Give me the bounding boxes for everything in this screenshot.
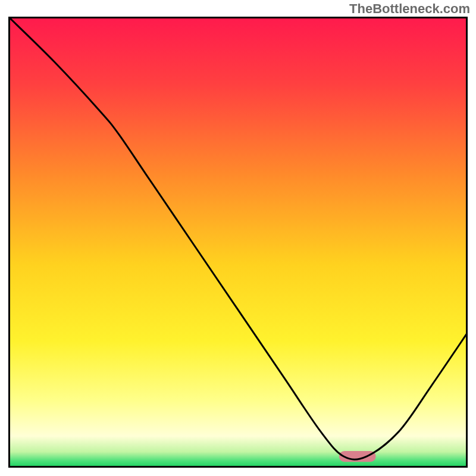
chart-frame	[8, 17, 468, 468]
chart-svg	[8, 17, 468, 468]
chart-background	[8, 17, 468, 468]
watermark: TheBottleneck.com	[349, 1, 470, 17]
